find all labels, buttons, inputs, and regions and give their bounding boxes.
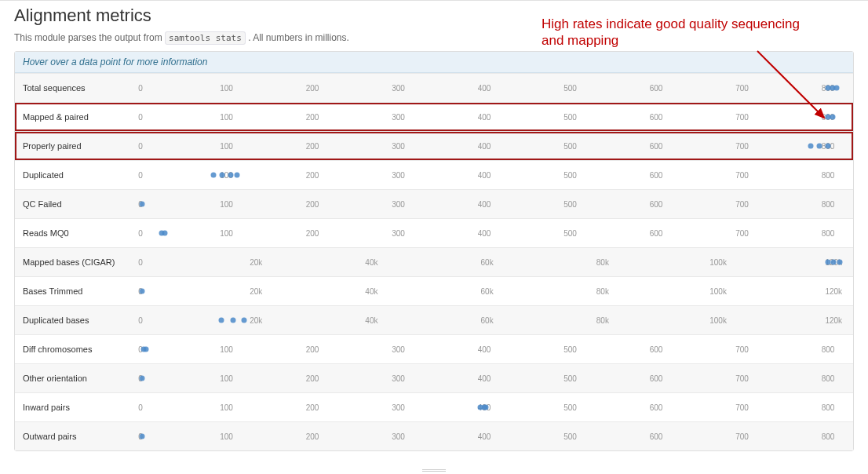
axis-tick: 800 [822, 374, 835, 383]
metric-row[interactable]: Mapped bases (CIGAR)020k40k60k80k100k120… [15, 247, 853, 276]
metric-track[interactable]: 020k40k60k80k100k120k [140, 248, 845, 276]
data-point[interactable] [234, 173, 239, 178]
metric-row[interactable]: Other orientation01002003004005006007008… [15, 363, 853, 392]
metric-label: Bases Trimmed [23, 286, 140, 296]
data-point[interactable] [143, 347, 148, 352]
data-point[interactable] [219, 318, 224, 323]
axis-tick: 600 [650, 229, 663, 238]
metric-label: Reads MQ0 [23, 228, 140, 238]
metric-track[interactable]: 0100200300400500600700800 [140, 364, 845, 392]
axis-tick: 400 [478, 374, 491, 383]
data-point[interactable] [230, 318, 235, 323]
axis-tick: 600 [650, 345, 663, 354]
data-point[interactable] [826, 144, 831, 149]
axis-tick: 300 [392, 432, 405, 441]
data-point[interactable] [220, 173, 225, 178]
data-point[interactable] [140, 376, 145, 381]
axis-tick: 0 [138, 142, 143, 151]
axis-tick: 0 [138, 113, 143, 122]
axis-tick: 60k [481, 258, 494, 267]
axis-tick: 400 [478, 432, 491, 441]
metric-row[interactable]: Bases Trimmed020k40k60k80k100k120k [15, 276, 853, 305]
axis-tick: 600 [650, 84, 663, 93]
axis-tick: 600 [650, 432, 663, 441]
axis-tick: 100k [709, 316, 727, 325]
metric-label: Diff chromosomes [23, 345, 140, 354]
axis-tick: 500 [563, 403, 577, 412]
axis-tick: 20k [250, 258, 262, 267]
metric-row[interactable]: Duplicated0100200300400500600700800 [15, 160, 853, 189]
axis-tick: 0 [138, 171, 143, 180]
data-point[interactable] [825, 260, 830, 265]
axis-tick: 300 [392, 374, 405, 383]
data-point[interactable] [211, 173, 217, 178]
data-point[interactable] [140, 434, 145, 439]
axis-tick: 200 [306, 229, 319, 238]
metric-row[interactable]: Inward pairs0100200300400500600700800 [15, 392, 853, 421]
axis-tick: 700 [735, 374, 749, 383]
hover-info-banner: Hover over a data point for more informa… [15, 52, 853, 73]
metric-track[interactable]: 0100200300400500600700800 [140, 422, 845, 450]
metric-track[interactable]: 020k40k60k80k100k120k [140, 277, 845, 305]
metric-track[interactable]: 0100200300400500600700800 [140, 103, 845, 131]
description-suffix: . All numbers in millions. [248, 32, 349, 43]
axis-tick: 80k [596, 287, 609, 296]
metric-track[interactable]: 0100200300400500600700800 [140, 219, 845, 247]
data-point[interactable] [228, 173, 233, 178]
axis-tick: 500 [563, 345, 577, 354]
axis-tick: 40k [365, 258, 377, 267]
resize-handle-icon[interactable] [418, 468, 450, 472]
data-point[interactable] [140, 289, 145, 294]
axis-tick: 800 [822, 403, 835, 412]
axis-tick: 0 [138, 258, 143, 267]
data-point[interactable] [242, 318, 247, 323]
axis-tick: 100 [220, 403, 233, 412]
axis-tick: 20k [250, 316, 262, 325]
metric-row[interactable]: Diff chromosomes010020030040050060070080… [15, 334, 853, 363]
metric-row[interactable]: Properly paired0100200300400500600700800 [15, 131, 853, 160]
axis-tick: 200 [306, 345, 319, 354]
axis-tick: 600 [650, 403, 663, 412]
axis-tick: 500 [563, 432, 577, 441]
axis-tick: 120k [825, 287, 842, 296]
axis-tick: 500 [563, 374, 577, 383]
axis-tick: 100 [220, 432, 233, 441]
metric-track[interactable]: 0100200300400500600700800 [140, 132, 845, 160]
data-point[interactable] [483, 405, 489, 410]
axis-tick: 300 [392, 113, 405, 122]
metric-track[interactable]: 0100200300400500600700800 [140, 190, 845, 218]
data-point[interactable] [808, 144, 814, 149]
axis-tick: 300 [392, 229, 405, 238]
metric-row[interactable]: Mapped & paired0100200300400500600700800 [15, 102, 853, 131]
axis-tick: 100 [220, 113, 233, 122]
data-point[interactable] [162, 231, 167, 236]
metric-row[interactable]: Reads MQ00100200300400500600700800 [15, 218, 853, 247]
axis-tick: 800 [822, 229, 835, 238]
axis-tick: 800 [822, 171, 835, 180]
axis-tick: 800 [822, 345, 835, 354]
metric-track[interactable]: 0100200300400500600700800 [140, 74, 845, 102]
metric-label: Duplicated [23, 170, 140, 180]
metric-track[interactable]: 0100200300400500600700800 [140, 335, 845, 363]
metric-row[interactable]: Total sequences0100200300400500600700800 [15, 73, 853, 102]
axis-tick: 40k [365, 287, 377, 296]
axis-tick: 20k [250, 287, 262, 296]
metric-label: Duplicated bases [23, 315, 140, 325]
data-point[interactable] [834, 86, 840, 91]
axis-tick: 200 [306, 142, 319, 151]
metric-track[interactable]: 0100200300400500600700800 [140, 393, 845, 421]
metric-row[interactable]: Outward pairs0100200300400500600700800 [15, 421, 853, 450]
axis-tick: 60k [481, 287, 494, 296]
metric-track[interactable]: 020k40k60k80k100k120k [140, 306, 845, 334]
metrics-panel: Hover over a data point for more informa… [14, 51, 854, 451]
metric-label: Total sequences [23, 83, 140, 93]
metric-row[interactable]: QC Failed0100200300400500600700800 [15, 189, 853, 218]
data-point[interactable] [140, 202, 145, 207]
data-point[interactable] [830, 115, 835, 120]
metric-row[interactable]: Duplicated bases020k40k60k80k100k120k [15, 305, 853, 334]
data-point[interactable] [831, 260, 837, 265]
metric-label: Outward pairs [23, 432, 140, 441]
metric-track[interactable]: 0100200300400500600700800 [140, 161, 845, 189]
data-point[interactable] [837, 260, 842, 265]
data-point[interactable] [817, 144, 822, 149]
